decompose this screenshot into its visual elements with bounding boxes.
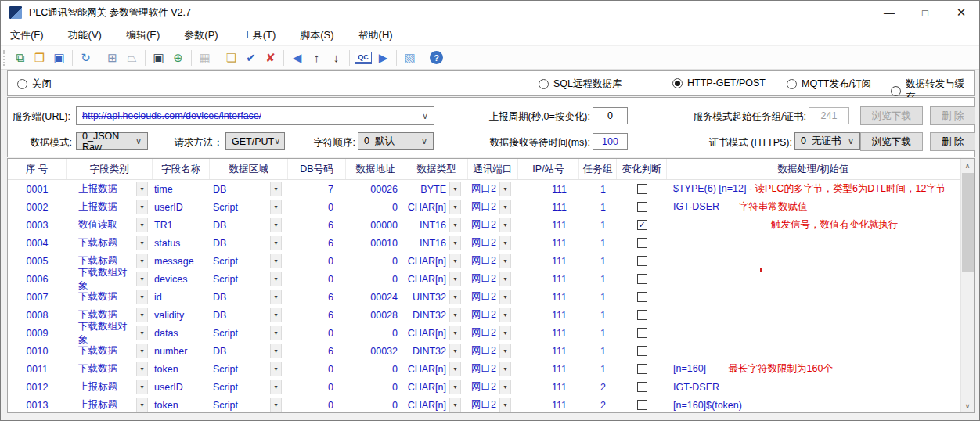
task-group-cell[interactable]: 1 [579, 202, 617, 213]
menu-item[interactable]: 脚本(S) [291, 25, 342, 45]
data-address-cell[interactable]: 0 [346, 382, 405, 393]
mode-radio-2[interactable]: HTTP-GET/POST [672, 77, 766, 88]
delete-button-cert2[interactable]: 删 除 [930, 132, 975, 151]
db-number-cell[interactable]: 0 [288, 202, 346, 213]
request-method-select[interactable]: GET/PUT ∨ [225, 132, 285, 150]
ip-station-cell[interactable]: 111 [518, 274, 579, 285]
comm-port-cell[interactable]: 网口2 ▾ [468, 272, 518, 286]
comm-port-cell[interactable]: 网口2 ▾ [468, 398, 518, 412]
apply-icon[interactable]: ✔ [241, 48, 261, 67]
field-name-cell[interactable]: TR1 [153, 220, 210, 231]
dropdown-arrow-icon[interactable]: ▾ [270, 290, 282, 304]
scrollbar-thumb[interactable] [962, 173, 974, 272]
dropdown-arrow-icon[interactable]: ▾ [136, 218, 148, 232]
grid-icon[interactable]: ▦ [195, 48, 214, 67]
comm-port-cell[interactable]: 网口2 ▾ [468, 290, 518, 304]
comm-port-cell[interactable]: 网口2 ▾ [468, 200, 518, 214]
task-group-cell[interactable]: 1 [579, 310, 617, 321]
comm-port-cell[interactable]: 网口2 ▾ [468, 218, 518, 232]
dropdown-arrow-icon[interactable]: ▾ [499, 290, 511, 304]
dropdown-arrow-icon[interactable]: ▾ [449, 344, 461, 358]
data-address-cell[interactable]: 00026 [346, 184, 405, 195]
dropdown-arrow-icon[interactable]: ▾ [449, 182, 461, 196]
run-icon[interactable]: ▶ [373, 48, 393, 67]
back-icon[interactable]: ◀ [287, 48, 307, 67]
task-group-cell[interactable]: 1 [579, 274, 617, 285]
field-name-cell[interactable]: userID [153, 202, 210, 213]
dropdown-arrow-icon[interactable]: ▾ [449, 236, 461, 250]
dropdown-arrow-icon[interactable]: ▾ [136, 362, 148, 376]
maximize-button[interactable]: □ [907, 1, 943, 24]
data-address-cell[interactable]: 0 [346, 202, 405, 213]
comm-port-cell[interactable]: 网口2 ▾ [468, 326, 518, 340]
url-combo[interactable]: http://api.heclouds.com/devices/interfac… [76, 106, 434, 125]
change-detect-checkbox[interactable] [637, 400, 647, 410]
task-group-cell[interactable]: 1 [579, 346, 617, 357]
dropdown-arrow-icon[interactable]: ▾ [499, 398, 511, 412]
data-address-cell[interactable]: 0 [346, 364, 405, 375]
dropdown-arrow-icon[interactable]: ▾ [499, 380, 511, 394]
dropdown-arrow-icon[interactable]: ▾ [270, 254, 282, 268]
data-region-cell[interactable]: Script ▾ [210, 254, 288, 268]
data-process-cell[interactable]: $TYPE(6) [n=12] - 读PLC的多字节，类型6为DTL时间，12字… [667, 182, 960, 196]
dropdown-arrow-icon[interactable]: ▾ [270, 344, 282, 358]
menu-item[interactable]: 功能(V) [59, 25, 110, 45]
data-region-cell[interactable]: DB ▾ [210, 182, 288, 196]
dropdown-arrow-icon[interactable]: ▾ [136, 398, 148, 412]
dropdown-arrow-icon[interactable]: ▾ [270, 398, 282, 412]
data-type-cell[interactable]: CHAR[n] ▾ [405, 326, 468, 340]
data-region-cell[interactable]: Script ▾ [210, 398, 288, 412]
db-number-cell[interactable]: 6 [288, 220, 346, 231]
data-type-cell[interactable]: DINT32 ▾ [405, 344, 468, 358]
comm-port-cell[interactable]: 网口2 ▾ [468, 362, 518, 376]
data-process-cell[interactable]: IGT-DSER——字符串常数赋值 [667, 200, 960, 214]
web-icon[interactable]: ⊕ [168, 48, 188, 67]
radio-circle-icon[interactable] [891, 86, 901, 96]
db-number-cell[interactable]: 0 [288, 274, 346, 285]
ip-station-cell[interactable]: 111 [518, 202, 579, 213]
down-icon[interactable]: ↓ [326, 48, 346, 67]
data-region-cell[interactable]: Script ▾ [210, 272, 288, 286]
dropdown-arrow-icon[interactable]: ▾ [136, 236, 148, 250]
dropdown-arrow-icon[interactable]: ▾ [499, 254, 511, 268]
dropdown-arrow-icon[interactable]: ▾ [270, 272, 282, 286]
dropdown-arrow-icon[interactable]: ▾ [270, 200, 282, 214]
field-category-cell[interactable]: 下载数组对象 ▾ [67, 266, 153, 293]
change-detect-checkbox[interactable] [637, 184, 647, 194]
dropdown-arrow-icon[interactable]: ▾ [499, 362, 511, 376]
task-group-cell[interactable]: 1 [579, 184, 617, 195]
data-mode-select[interactable]: 0_JSON Raw ∨ [76, 132, 148, 150]
save-icon[interactable]: ▣ [49, 48, 69, 67]
ip-station-cell[interactable]: 111 [518, 364, 579, 375]
field-category-cell[interactable]: 上报数据 ▾ [67, 182, 153, 196]
field-name-cell[interactable]: datas [153, 328, 210, 339]
field-category-cell[interactable]: 下载标题 ▾ [67, 236, 153, 250]
radio-circle-icon[interactable] [787, 79, 797, 89]
image-icon[interactable]: ▧ [400, 48, 420, 67]
comm-port-cell[interactable]: 网口2 ▾ [468, 380, 518, 394]
data-region-cell[interactable]: Script ▾ [210, 200, 288, 214]
task-group-cell[interactable]: 1 [579, 256, 617, 267]
cert-mode-select[interactable]: 0_无证书 ∨ [794, 132, 860, 150]
ip-station-cell[interactable]: 111 [518, 256, 579, 267]
dropdown-arrow-icon[interactable]: ▾ [499, 272, 511, 286]
field-category-cell[interactable]: 下载数据 ▾ [67, 344, 153, 358]
task-group-cell[interactable]: 2 [579, 382, 617, 393]
data-region-cell[interactable]: DB ▾ [210, 344, 288, 358]
change-detect-checkbox[interactable] [637, 274, 647, 284]
minimize-button[interactable]: — [871, 1, 907, 24]
db-number-cell[interactable]: 0 [288, 400, 346, 411]
data-type-cell[interactable]: CHAR[n] ▾ [405, 254, 468, 268]
browse-download-button-cert2[interactable]: 浏览下载 [860, 132, 923, 151]
dropdown-arrow-icon[interactable]: ▾ [449, 380, 461, 394]
field-name-cell[interactable]: token [153, 400, 210, 411]
field-name-cell[interactable]: userID [153, 382, 210, 393]
field-name-cell[interactable]: validity [153, 310, 210, 321]
radio-circle-icon[interactable] [672, 78, 683, 88]
receive-wait-input[interactable]: 100 [593, 133, 628, 150]
data-address-cell[interactable]: 00024 [346, 292, 405, 303]
ip-station-cell[interactable]: 111 [518, 400, 579, 411]
change-detect-checkbox[interactable] [637, 202, 647, 212]
dropdown-arrow-icon[interactable]: ▾ [449, 290, 461, 304]
close-button[interactable]: ✕ [943, 1, 979, 24]
